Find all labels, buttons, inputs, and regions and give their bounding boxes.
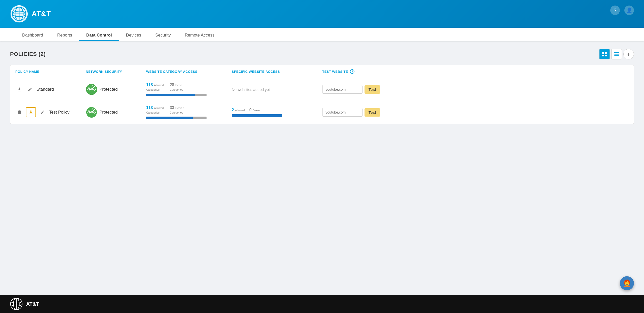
- test-button-standard[interactable]: Test: [365, 85, 380, 94]
- download-icon: [17, 87, 22, 92]
- category-progress-bar-standard: [146, 94, 207, 96]
- svg-rect-9: [605, 55, 607, 56]
- test-website-cell-standard: Test: [322, 85, 388, 94]
- table-row: Test Policy Protected 113 AllowedCategor…: [10, 101, 634, 124]
- help-button[interactable]: ?: [610, 6, 620, 15]
- nav-devices[interactable]: Devices: [119, 29, 148, 41]
- col-header-specific-website: SPECIFIC WEBSITE ACCESS: [232, 69, 322, 74]
- edit-icon-test: [40, 110, 45, 115]
- policy-name-cell-test: Test Policy: [15, 107, 86, 117]
- footer-brand-name: AT&T: [26, 301, 39, 307]
- list-view-button[interactable]: [611, 49, 622, 59]
- network-security-label-test: Protected: [99, 110, 118, 115]
- svg-rect-12: [614, 55, 619, 56]
- policy-name-label: Standard: [36, 87, 54, 92]
- chat-support-button[interactable]: 🧑‍🦰: [620, 276, 634, 290]
- allowed-stat-standard: 118 AllowedCategories: [146, 83, 164, 92]
- test-button-test-policy[interactable]: Test: [365, 108, 380, 117]
- header-icons: ? 👤: [610, 6, 634, 15]
- chat-avatar-icon: 🧑‍🦰: [623, 279, 631, 288]
- svg-rect-17: [29, 114, 33, 114]
- view-controls: +: [599, 49, 634, 59]
- col-header-website-category: WEBSITE CATEGORY ACCESS: [146, 69, 232, 74]
- nav-reports[interactable]: Reports: [50, 29, 79, 41]
- policies-header: POLICIES (2) +: [10, 49, 634, 59]
- download-outlined-button-test-policy[interactable]: [26, 107, 36, 117]
- category-progress-bar-test: [146, 117, 207, 119]
- page-title: POLICIES (2): [10, 51, 46, 57]
- category-stats-standard: 118 AllowedCategories 28 DeniedCategorie…: [146, 83, 232, 92]
- protected-icon-test: [86, 107, 97, 118]
- specific-allowed-stat: 2 Allowed: [232, 108, 245, 112]
- header: AT&T ? 👤: [0, 0, 644, 28]
- denied-stat-standard: 28 DeniedCategories: [170, 83, 184, 92]
- specific-website-cell-standard: No websites added yet: [232, 87, 322, 92]
- list-icon: [614, 52, 619, 57]
- svg-rect-7: [605, 52, 607, 54]
- specific-stats-test: 2 Allowed 0 Denied: [232, 108, 322, 112]
- table-header: POLICY NAME NETWORK SECURITY WEBSITE CAT…: [10, 65, 634, 78]
- nav-security[interactable]: Security: [148, 29, 178, 41]
- category-stats-test: 113 AllowedCategories 33 DeniedCategorie…: [146, 106, 232, 115]
- svg-rect-13: [18, 91, 21, 91]
- account-button[interactable]: 👤: [624, 6, 634, 15]
- specific-denied-stat: 0 Denied: [249, 108, 261, 112]
- grid-view-button[interactable]: [599, 49, 610, 59]
- svg-rect-8: [602, 55, 604, 56]
- svg-rect-6: [602, 52, 604, 54]
- no-websites-text: No websites added yet: [232, 87, 322, 92]
- nav-dashboard[interactable]: Dashboard: [15, 29, 50, 41]
- svg-rect-10: [614, 52, 619, 53]
- trash-icon: [17, 110, 22, 115]
- footer: AT&T: [0, 295, 644, 313]
- brand-name: AT&T: [32, 10, 51, 18]
- edit-button-test-policy[interactable]: [38, 108, 47, 116]
- denied-bar-fill-standard: [195, 94, 207, 96]
- delete-button-test-policy[interactable]: [15, 108, 23, 116]
- test-website-cell-test: Test: [322, 108, 388, 117]
- network-security-cell-standard: Protected: [86, 84, 146, 95]
- grid-icon: [602, 52, 607, 57]
- allowed-bar-fill-test: [146, 117, 193, 119]
- header-logo: AT&T: [10, 5, 51, 23]
- edit-button-standard[interactable]: [26, 85, 34, 93]
- download-button-standard[interactable]: [15, 85, 23, 93]
- col-header-network-security: NETWORK SECURITY: [86, 69, 146, 74]
- allowed-stat-test: 113 AllowedCategories: [146, 106, 164, 115]
- edit-icon: [28, 87, 32, 92]
- policy-table: POLICY NAME NETWORK SECURITY WEBSITE CAT…: [10, 65, 634, 124]
- table-row: Standard Protected 11: [10, 78, 634, 101]
- svg-rect-11: [614, 54, 619, 55]
- network-security-label-standard: Protected: [99, 87, 118, 92]
- test-input-standard[interactable]: [322, 85, 363, 94]
- protected-icon: [86, 84, 97, 95]
- website-category-cell-standard: 118 AllowedCategories 28 DeniedCategorie…: [146, 83, 232, 96]
- add-policy-button[interactable]: +: [623, 49, 634, 59]
- col-header-test-website: TEST WEBSITE ?: [322, 69, 388, 74]
- nav-bar: Dashboard Reports Data Control Devices S…: [0, 28, 644, 41]
- denied-stat-test: 33 DeniedCategories: [170, 106, 184, 115]
- nav-remote-access[interactable]: Remote Access: [178, 29, 222, 41]
- nav-data-control[interactable]: Data Control: [79, 29, 119, 41]
- website-category-cell-test: 113 AllowedCategories 33 DeniedCategorie…: [146, 106, 232, 119]
- test-input-test-policy[interactable]: [322, 108, 363, 117]
- test-website-help-icon: ?: [350, 69, 354, 74]
- denied-bar-fill-test: [193, 117, 207, 119]
- col-header-policy-name: POLICY NAME: [15, 69, 86, 74]
- specific-website-cell-test: 2 Allowed 0 Denied: [232, 108, 322, 117]
- specific-progress-bar: [232, 114, 282, 117]
- policy-name-cell: Standard: [15, 85, 86, 93]
- main-content: POLICIES (2) + PO: [0, 41, 644, 295]
- att-logo-icon: [10, 5, 28, 23]
- network-security-cell-test: Protected: [86, 107, 146, 118]
- download-outlined-icon: [28, 110, 34, 115]
- footer-logo-icon: [10, 298, 23, 310]
- allowed-bar-fill-standard: [146, 94, 195, 96]
- policy-name-label-test: Test Policy: [49, 110, 69, 115]
